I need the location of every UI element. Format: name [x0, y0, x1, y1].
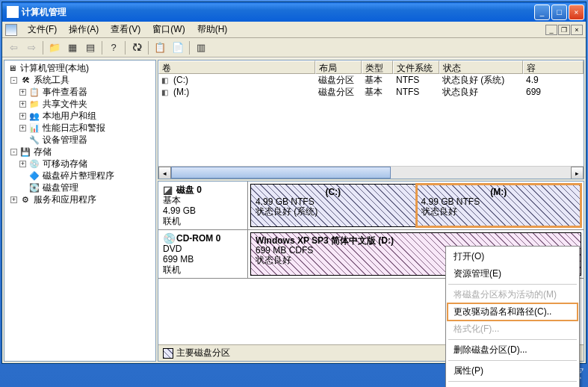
media-icon: 💿: [28, 158, 40, 169]
tree-removable[interactable]: + 💿 可移动存储: [6, 158, 154, 170]
ctx-help[interactable]: 帮助(H): [448, 383, 578, 387]
disk-info[interactable]: ◪磁盘 0 基本 4.99 GB 联机: [158, 182, 248, 229]
drive-icon: ◧: [161, 76, 172, 84]
tree-shared-folders[interactable]: + 📁 共享文件夹: [6, 98, 154, 110]
ctx-properties[interactable]: 属性(P): [448, 362, 578, 380]
toolbar-separator: [125, 41, 126, 55]
folder-icon: 📁: [28, 99, 40, 109]
settings-button[interactable]: 📋: [152, 40, 168, 56]
toolbar-separator: [102, 41, 102, 55]
legend-label: 主要磁盘分区: [176, 347, 230, 359]
ctx-change-letter[interactable]: 更改驱动器名和路径(C)..: [448, 303, 578, 321]
tree-panel[interactable]: 🖥 计算机管理(本地) - 🛠 系统工具 + 📋 事件查看器 + 📁 共享文件夹: [4, 60, 156, 362]
mdi-icon: [5, 24, 17, 36]
mdi-restore-button[interactable]: ❐: [558, 25, 570, 35]
ctx-delete[interactable]: 删除磁盘分区(D)...: [448, 341, 578, 359]
ctx-separator: [448, 339, 577, 340]
tree-perf-logs[interactable]: + 📊 性能日志和警报: [6, 122, 154, 134]
expand-icon[interactable]: +: [19, 113, 26, 120]
partition-c[interactable]: (C:) 4.99 GB NTFS 状态良好 (系统): [250, 184, 416, 227]
disk-icon: 💽: [28, 182, 40, 193]
tree-system-tools[interactable]: - 🛠 系统工具: [6, 74, 154, 86]
toolbar: ⇦ ⇨ 📁 ▦ ▤ ? 🗘 📋 📄 ▥: [2, 38, 586, 58]
col-status[interactable]: 状态: [439, 61, 523, 74]
col-fs[interactable]: 文件系统: [393, 61, 439, 74]
chart-icon: 📊: [28, 123, 40, 133]
scroll-track[interactable]: [171, 167, 571, 179]
show-hide-button[interactable]: ▤: [82, 40, 99, 56]
disk-row: ◪磁盘 0 基本 4.99 GB 联机 (C:) 4.99 GB NTFS 状态…: [158, 182, 584, 230]
disk-list-button[interactable]: 📄: [170, 40, 186, 56]
maximize-button[interactable]: □: [551, 4, 567, 20]
view-mode-button[interactable]: ▥: [193, 40, 209, 56]
toolbar-separator: [148, 41, 149, 55]
expand-icon[interactable]: +: [19, 89, 26, 96]
col-volume[interactable]: 卷: [158, 61, 315, 74]
tree-storage[interactable]: - 💾 存储: [6, 146, 154, 158]
menu-window[interactable]: 窗口(W): [146, 22, 191, 37]
tree-disk-mgmt[interactable]: 💽 磁盘管理: [6, 182, 154, 194]
collapse-icon[interactable]: -: [10, 149, 17, 155]
services-icon: ⚙: [19, 194, 31, 205]
collapse-icon[interactable]: -: [10, 77, 17, 84]
volume-row[interactable]: ◧(M:) 磁盘分区 基本 NTFS 状态良好 699: [158, 86, 584, 98]
menu-file[interactable]: 文件(F): [22, 22, 63, 37]
ctx-open[interactable]: 打开(O): [448, 248, 578, 265]
tree-services[interactable]: + ⚙ 服务和应用程序: [6, 194, 154, 205]
tree-local-users[interactable]: + 👥 本地用户和组: [6, 110, 154, 122]
nav-back-button[interactable]: ⇦: [5, 40, 22, 56]
properties-button[interactable]: ▦: [64, 40, 81, 56]
cdrom-info[interactable]: 💿CD-ROM 0 DVD 699 MB 联机: [158, 230, 248, 278]
expand-icon[interactable]: +: [19, 161, 26, 167]
refresh-button[interactable]: 🗘: [129, 40, 145, 56]
col-capacity[interactable]: 容: [523, 61, 584, 74]
hdd-icon: ◪: [163, 185, 176, 195]
storage-icon: 💾: [19, 146, 31, 157]
context-menu: 打开(O) 资源管理(E) 将磁盘分区标为活动的(M) 更改驱动器名和路径(C)…: [445, 246, 580, 387]
scroll-right-button[interactable]: ▸: [571, 167, 584, 179]
computer-icon: 🖥: [6, 63, 18, 73]
scroll-thumb[interactable]: [171, 167, 391, 179]
ctx-explore[interactable]: 资源管理(E): [448, 265, 578, 282]
help-button[interactable]: ?: [105, 40, 122, 56]
users-icon: 👥: [28, 111, 40, 121]
ctx-separator: [448, 381, 577, 382]
tools-icon: 🛠: [19, 75, 31, 85]
tree-root[interactable]: 🖥 计算机管理(本地): [6, 62, 154, 74]
expand-icon[interactable]: +: [19, 101, 26, 108]
up-folder-button[interactable]: 📁: [46, 40, 63, 56]
nav-forward-button[interactable]: ⇨: [23, 40, 40, 56]
menu-help[interactable]: 帮助(H): [191, 22, 234, 37]
mdi-minimize-button[interactable]: _: [545, 25, 557, 35]
ctx-mark-active: 将磁盘分区标为活动的(M): [448, 286, 578, 303]
menu-view[interactable]: 查看(V): [105, 22, 146, 37]
minimize-button[interactable]: _: [534, 4, 550, 20]
h-scrollbar[interactable]: ◂ ▸: [158, 166, 584, 179]
app-icon: 🖥: [7, 6, 19, 18]
expand-icon[interactable]: +: [19, 125, 26, 131]
tree-device-mgr[interactable]: 🔧 设备管理器: [6, 134, 154, 146]
device-icon: 🔧: [28, 134, 40, 145]
toolbar-separator: [189, 41, 190, 55]
ctx-format: 格式化(F)...: [448, 321, 578, 338]
window-title: 计算机管理: [22, 6, 534, 19]
partition-m[interactable]: (M:) 4.99 GB NTFS 状态良好: [416, 184, 582, 227]
titlebar: 🖥 计算机管理 _ □ ×: [2, 2, 586, 22]
defrag-icon: 🔷: [28, 170, 40, 181]
volume-row[interactable]: ◧(C:) 磁盘分区 基本 NTFS 状态良好 (系统) 4.9: [158, 74, 584, 86]
ctx-separator: [448, 284, 577, 285]
col-layout[interactable]: 布局: [315, 61, 362, 74]
drive-icon: ◧: [161, 88, 172, 96]
mdi-close-button[interactable]: ×: [571, 25, 583, 35]
menu-action[interactable]: 操作(A): [63, 22, 105, 37]
expand-icon[interactable]: +: [10, 196, 17, 203]
scroll-left-button[interactable]: ◂: [158, 167, 171, 179]
toolbar-separator: [43, 41, 43, 55]
close-button[interactable]: ×: [569, 4, 584, 20]
col-type[interactable]: 类型: [362, 61, 393, 74]
ctx-separator: [448, 360, 577, 361]
tree-event-viewer[interactable]: + 📋 事件查看器: [6, 86, 154, 98]
volumes-list: 卷 布局 类型 文件系统 状态 容 ◧(C:) 磁盘分区 基本 NTFS 状态良…: [158, 60, 584, 179]
menubar: 文件(F) 操作(A) 查看(V) 窗口(W) 帮助(H) _ ❐ ×: [2, 22, 586, 38]
tree-defrag[interactable]: 🔷 磁盘碎片整理程序: [6, 170, 154, 182]
